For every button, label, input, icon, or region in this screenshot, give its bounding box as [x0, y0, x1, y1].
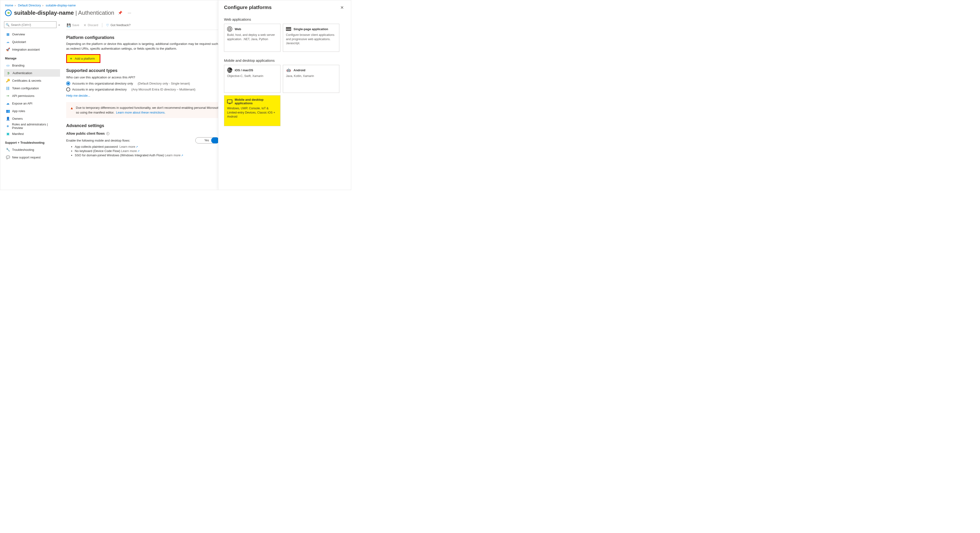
search-input-wrap[interactable]: 🔍: [4, 21, 56, 28]
public-client-toggle[interactable]: Yes: [195, 137, 218, 144]
mobile-desktop-group-label: Mobile and desktop applications: [224, 58, 345, 62]
android-icon: 🤖: [286, 67, 291, 73]
nav-icon: ➲: [6, 71, 10, 75]
breadcrumb-directory[interactable]: Default Directory: [18, 3, 41, 7]
sidebar-item-label: Overview: [12, 32, 25, 36]
sidebar-item-label: Certificates & secrets: [12, 79, 41, 82]
sidebar-item-certificates-secrets[interactable]: 🔑Certificates & secrets: [4, 77, 60, 84]
app-logo-icon: ➔: [5, 10, 12, 16]
sidebar-item-quickstart[interactable]: ☁Quickstart: [4, 38, 60, 46]
nav-icon: 🚀: [6, 48, 10, 51]
save-icon: 💾: [67, 23, 71, 27]
platform-card-ios[interactable]: iOSmacOSiOS / macOS Objective-C, Swift, …: [224, 65, 280, 93]
sidebar-item-branding[interactable]: ▭Branding: [4, 62, 60, 69]
sidebar-item-label: Roles and administrators | Preview: [12, 123, 58, 130]
radio-icon: [66, 81, 70, 86]
sidebar-item-expose-an-api[interactable]: ☁Expose an API: [4, 99, 60, 107]
sidebar-item-manifest[interactable]: ▣Manifest: [4, 130, 60, 137]
sidebar-item-label: Manifest: [12, 132, 24, 136]
learn-more-link[interactable]: Learn more↗: [121, 149, 139, 153]
sidebar-item-label: Integration assistant: [12, 48, 40, 51]
configure-platforms-panel: Configure platforms ✕ Web applications W…: [218, 0, 351, 190]
plus-icon: ＋: [69, 56, 73, 61]
external-icon: ↗: [137, 150, 140, 153]
external-icon: ↗: [136, 145, 138, 148]
nav-icon: ⛯: [6, 124, 10, 128]
nav-icon: ⊸: [6, 94, 10, 97]
nav-icon: 👤: [6, 116, 10, 120]
www-icon: www: [286, 26, 291, 32]
nav-group-support: Support + Troubleshooting: [5, 141, 60, 144]
add-platform-button[interactable]: ＋ Add a platform: [66, 54, 100, 63]
sidebar-item-token-configuration[interactable]: ∥∥Token configuration: [4, 84, 60, 92]
nav-icon: ☁: [6, 101, 10, 105]
nav-icon: ▦: [6, 32, 10, 36]
more-icon[interactable]: ⋯: [126, 10, 133, 16]
nav-icon: ∥∥: [6, 86, 10, 90]
nav-icon: ▭: [6, 64, 10, 67]
platform-card-android[interactable]: 🤖Android Java, Kotlin, Xamarin: [283, 65, 339, 93]
breadcrumb-app[interactable]: suitable-display-name: [46, 3, 75, 7]
collapse-sidebar-icon[interactable]: «: [58, 23, 60, 27]
save-button[interactable]: 💾Save: [66, 22, 80, 28]
sidebar-item-label: Troubleshooting: [12, 148, 34, 152]
sidebar-item-label: Expose an API: [12, 102, 32, 105]
info-icon[interactable]: i: [106, 132, 110, 135]
sidebar-item-label: Owners: [12, 117, 23, 120]
sidebar-item-troubleshooting[interactable]: 🔧Troubleshooting: [4, 146, 60, 153]
apple-icon: iOSmacOS: [227, 67, 232, 73]
learn-more-link[interactable]: Learn more↗: [165, 153, 183, 157]
pin-icon[interactable]: 📌: [116, 10, 124, 16]
enable-flows-text: Enable the following mobile and desktop …: [66, 139, 130, 142]
sidebar-item-label: Branding: [12, 64, 24, 67]
warning-icon: ▲: [70, 105, 73, 115]
globe-icon: [227, 26, 232, 32]
discard-icon: ✕: [84, 23, 86, 27]
nav-icon: 🔑: [6, 79, 10, 82]
sidebar-item-label: Quickstart: [12, 40, 26, 44]
search-icon: 🔍: [6, 23, 10, 27]
platform-card-web[interactable]: Web Build, host, and deploy a web server…: [224, 24, 280, 52]
platform-config-desc: Depending on the platform or device this…: [66, 41, 218, 51]
sidebar-item-overview[interactable]: ▦Overview: [4, 30, 60, 38]
nav-icon: 💬: [6, 155, 10, 159]
radio-icon: [66, 88, 70, 91]
sidebar-item-label: New support request: [12, 156, 41, 159]
external-icon: ↗: [181, 154, 183, 157]
page-title: suitable-display-name | Authentication: [14, 10, 114, 16]
panel-title: Configure platforms: [224, 5, 272, 10]
search-input[interactable]: [11, 23, 55, 27]
nav-icon: ☁: [6, 40, 10, 44]
sidebar-item-label: Token configuration: [12, 86, 39, 90]
sidebar-item-label: App roles: [12, 109, 25, 113]
nav-icon: 🔧: [6, 148, 10, 152]
nav-icon: ▣: [6, 132, 10, 136]
breadcrumb-home[interactable]: Home: [5, 3, 13, 7]
nav-group-manage: Manage: [5, 56, 60, 60]
alert-learn-more-link[interactable]: Learn more about these restrictions.: [116, 111, 165, 114]
sidebar-item-new-support-request[interactable]: 💬New support request: [4, 153, 60, 161]
sidebar-item-integration-assistant[interactable]: 🚀Integration assistant: [4, 46, 60, 53]
learn-more-link[interactable]: Learn more↗: [119, 145, 138, 148]
web-apps-group-label: Web applications: [224, 18, 345, 21]
discard-button[interactable]: ✕Discard: [83, 22, 99, 28]
sidebar-item-label: Authentication: [13, 71, 32, 75]
sidebar-item-owners[interactable]: 👤Owners: [4, 115, 60, 122]
feedback-button[interactable]: ♡Got feedback?: [106, 22, 131, 28]
close-icon[interactable]: ✕: [339, 5, 345, 11]
sidebar-item-label: API permissions: [12, 94, 34, 97]
sidebar-item-api-permissions[interactable]: ⊸API permissions: [4, 92, 60, 99]
heart-icon: ♡: [106, 23, 109, 27]
sidebar-item-authentication[interactable]: ➲Authentication: [4, 69, 60, 77]
sidebar-item-roles-and-administrators-preview[interactable]: ⛯Roles and administrators | Preview: [4, 122, 60, 130]
sidebar-item-app-roles[interactable]: 👥App roles: [4, 107, 60, 115]
platform-card-desktop[interactable]: Mobile and desktop applications Windows,…: [224, 95, 280, 126]
platform-card-spa[interactable]: wwwSingle-page application Configure bro…: [283, 24, 339, 52]
desktop-icon: [227, 99, 232, 104]
divider: [102, 23, 102, 27]
nav-icon: 👥: [6, 109, 10, 113]
